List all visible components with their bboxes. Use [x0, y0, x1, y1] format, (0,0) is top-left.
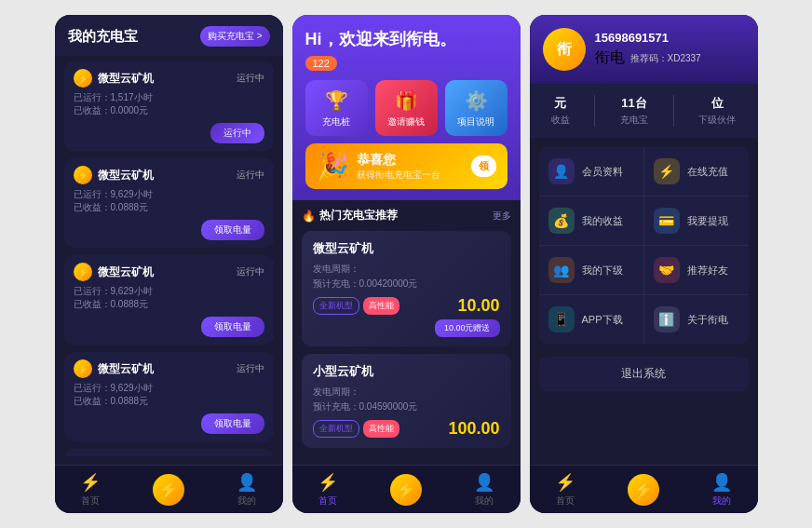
menu-item-withdraw[interactable]: 💳 我要提现 — [644, 196, 749, 245]
logout-button[interactable]: 退出系统 — [539, 357, 749, 391]
right-nav-mine[interactable]: 👤 我的 — [711, 472, 732, 508]
stat-partners-value: 位 — [698, 95, 736, 112]
miner-icon-title-3: ⚡ 微型云矿机 — [74, 359, 154, 378]
user-phone: 15698691571 — [595, 31, 745, 45]
miner-card-bottom-0: 运行中 — [74, 123, 264, 143]
brand-badge: 衔电 — [595, 48, 625, 68]
menu-item-recommend[interactable]: 🤝 推荐好友 — [644, 246, 749, 294]
menu-item-profile[interactable]: 👤 会员资料 — [539, 147, 643, 196]
left-nav-center[interactable]: ⚡ — [153, 474, 184, 506]
miner-card-top-3: ⚡ 微型云矿机 运行中 — [74, 359, 264, 378]
action-btn-charge[interactable]: 🏆 充电桩 — [305, 80, 368, 136]
miner-icon-title-0: ⚡ 微型云矿机 — [74, 69, 154, 88]
about-icon: ℹ️ — [654, 306, 680, 332]
miner-stats-1: 已运行：9,629小时已收益：0.0888元 — [74, 188, 264, 214]
menu-item-subordinates[interactable]: 👥 我的下级 — [539, 246, 643, 294]
stat-chargers: 11台 充电宝 — [620, 95, 648, 127]
action-btn-info[interactable]: ⚙️ 项目说明 — [445, 80, 508, 136]
miner-card-1: ⚡ 微型云矿机 运行中 已运行：9,629小时已收益：0.0888元 领取电量 — [64, 158, 274, 248]
withdraw-icon: 💳 — [654, 208, 680, 234]
action-buttons: 🏆 充电桩 🎁 邀请赚钱 ⚙️ 项目说明 — [305, 80, 508, 136]
ref-code: 推荐码：XD2337 — [630, 52, 701, 65]
info-icon: ⚙️ — [465, 89, 488, 112]
menu-item-app[interactable]: 📱 APP下载 — [539, 295, 643, 344]
product-row-2: 全新机型 高性能 100.00 — [313, 419, 500, 439]
right-mine-label: 我的 — [712, 494, 731, 508]
product-card-1: 微型云矿机 发电周期： 预计充电：0.00420000元 全新机型 高性能 10… — [302, 231, 511, 346]
action-btn-invite[interactable]: 🎁 邀请赚钱 — [375, 80, 438, 136]
miner-btn-1[interactable]: 领取电量 — [201, 220, 264, 240]
promo-button[interactable]: 领 — [471, 156, 496, 177]
miner-icon-3: ⚡ — [74, 359, 92, 378]
points-badge: 122 — [305, 56, 337, 71]
home-label: 首页 — [81, 494, 100, 508]
tag-new-1[interactable]: 全新机型 — [313, 297, 359, 315]
miner-card-top-2: ⚡ 微型云矿机 运行中 — [74, 263, 264, 281]
center-panel: Hi，欢迎来到衔电。 122 🏆 充电桩 🎁 邀请赚钱 ⚙️ 项目说明 🎉 — [292, 15, 521, 513]
right-panel: 衔 15698691571 衔电 推荐码：XD2337 元 收益 11台 充电宝 — [530, 15, 758, 513]
miner-btn-0[interactable]: 运行中 — [210, 123, 264, 143]
menu-grid: 👤 会员资料 ⚡ 在线充值 💰 我的收益 💳 我要提现 👥 我的下级 🤝 — [539, 147, 749, 344]
center-home-icon: ⚡ — [318, 472, 338, 493]
miner-status-3: 运行中 — [237, 362, 264, 375]
center-nav-center[interactable]: ⚡ — [390, 474, 422, 506]
product-price-1: 10.00 — [457, 296, 499, 316]
product-tags-1: 全新机型 高性能 — [313, 297, 399, 315]
invite-label: 邀请赚钱 — [387, 115, 425, 129]
mine-icon: 👤 — [237, 472, 257, 493]
home-icon: ⚡ — [80, 472, 101, 493]
left-bottom-nav: ⚡ 首页 ⚡ 👤 我的 — [55, 465, 283, 513]
miner-card-2: ⚡ 微型云矿机 运行中 已运行：9,629小时已收益：0.0888元 领取电量 — [64, 255, 274, 345]
miner-card-bottom-1: 领取电量 — [74, 220, 264, 240]
promo-title: 恭喜您 — [357, 152, 464, 169]
left-nav-home[interactable]: ⚡ 首页 — [80, 472, 101, 508]
menu-item-earnings[interactable]: 💰 我的收益 — [539, 196, 643, 245]
miner-btn-3[interactable]: 领取电量 — [201, 413, 264, 434]
tag-perf-2[interactable]: 高性能 — [363, 420, 399, 438]
tag-perf-1[interactable]: 高性能 — [363, 297, 399, 315]
center-bottom-nav: ⚡ 首页 ⚡ 👤 我的 — [292, 465, 521, 513]
profile-label: 会员资料 — [582, 165, 623, 179]
promo-text: 恭喜您 获得衔电充电宝一台 — [357, 152, 464, 182]
section-title: 🔥 热门充电宝推荐 — [302, 208, 398, 223]
miner-status-2: 运行中 — [237, 265, 264, 278]
miner-status-0: 运行中 — [237, 72, 264, 85]
product-price-wrapper-2: 100.00 — [448, 419, 499, 439]
left-nav-mine[interactable]: 👤 我的 — [237, 472, 257, 508]
reward-row-1: 10.00元赠送 — [313, 319, 500, 337]
stat-partners-label: 下级伙伴 — [698, 114, 736, 127]
menu-item-about[interactable]: ℹ️ 关于衔电 — [644, 295, 749, 344]
right-nav-center[interactable]: ⚡ — [628, 474, 659, 506]
earnings-label: 我的收益 — [582, 214, 623, 228]
miner-icon-1: ⚡ — [74, 166, 92, 184]
center-mine-icon: 👤 — [474, 472, 494, 493]
center-home-label: 首页 — [318, 494, 337, 508]
menu-item-recharge[interactable]: ⚡ 在线充值 — [644, 147, 749, 196]
right-nav-home[interactable]: ⚡ 首页 — [555, 472, 575, 508]
user-ref: 衔电 推荐码：XD2337 — [595, 48, 745, 68]
tag-new-2[interactable]: 全新机型 — [313, 420, 359, 438]
user-info: 15698691571 衔电 推荐码：XD2337 — [595, 31, 745, 68]
right-center-icon: ⚡ — [628, 474, 659, 506]
left-panel: 我的充电宝 购买充电宝 > ⚡ 微型云矿机 运行中 已运行：1,517小时已收益… — [55, 15, 283, 513]
center-nav-mine[interactable]: 👤 我的 — [474, 472, 494, 508]
center-nav-home[interactable]: ⚡ 首页 — [318, 472, 338, 508]
center-header: Hi，欢迎来到衔电。 122 🏆 充电桩 🎁 邀请赚钱 ⚙️ 项目说明 🎉 — [292, 15, 521, 200]
section-more[interactable]: 更多 — [493, 210, 511, 223]
app-wrapper: 我的充电宝 购买充电宝 > ⚡ 微型云矿机 运行中 已运行：1,517小时已收益… — [0, 0, 812, 528]
miner-card-top-0: ⚡ 微型云矿机 运行中 — [74, 69, 264, 88]
buy-button[interactable]: 购买充电宝 > — [200, 26, 270, 47]
recharge-icon: ⚡ — [654, 158, 680, 184]
stat-earnings: 元 收益 — [551, 95, 570, 127]
user-avatar: 衔 — [543, 28, 586, 71]
section-title-text: 热门充电宝推荐 — [319, 208, 398, 223]
product-row-1: 全新机型 高性能 10.00 — [313, 296, 500, 316]
miner-btn-2[interactable]: 领取电量 — [201, 317, 264, 337]
miner-card-0: ⚡ 微型云矿机 运行中 已运行：1,517小时已收益：0.0000元 运行中 — [64, 61, 274, 151]
charge-label: 充电桩 — [322, 115, 350, 129]
miner-card-top-1: ⚡ 微型云矿机 运行中 — [74, 166, 264, 184]
stats-row: 元 收益 11台 充电宝 位 下级伙伴 — [530, 84, 758, 138]
miner-stats-2: 已运行：9,629小时已收益：0.0888元 — [74, 285, 264, 311]
reward-btn-1[interactable]: 10.00元赠送 — [435, 319, 500, 337]
stat-partners: 位 下级伙伴 — [698, 95, 736, 127]
